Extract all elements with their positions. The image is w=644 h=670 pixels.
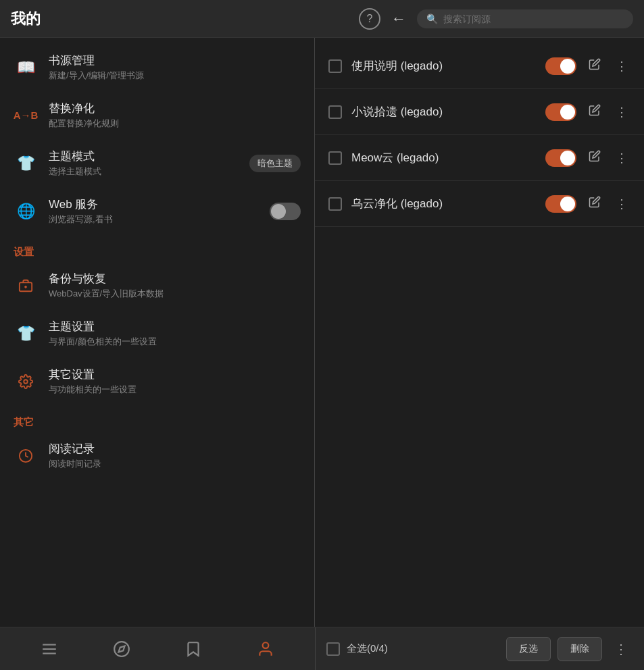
backup-sublabel: WebDav设置/导入旧版本数据 [49,288,301,300]
bottom-bar: 全选(0/4) 反选 删除 ⋮ [0,627,644,670]
source-name-3: Meow云 (legado) [351,150,536,165]
source-item-3: Meow云 (legado) ⋮ [315,135,644,181]
source-edit-4[interactable] [586,193,603,214]
menu-item-book-source[interactable]: 📖 书源管理 新建/导入/编辑/管理书源 [0,43,314,91]
menu-item-theme-mode[interactable]: 👕 主题模式 选择主题模式 暗色主题 [0,139,314,187]
replace-clean-icon: A→B [14,103,38,128]
source-checkbox-1[interactable] [328,59,342,73]
back-button[interactable]: ← [391,10,406,28]
select-all-checkbox[interactable] [326,642,340,656]
top-bar: 我的 ? ← 🔍 [0,0,644,38]
theme-settings-sublabel: 与界面/颜色相关的一些设置 [49,336,301,348]
source-item-4: 乌云净化 (legado) ⋮ [315,181,644,227]
source-item-2: 小说拾遗 (legado) ⋮ [315,89,644,135]
source-item-1: 使用说明 (legado) ⋮ [315,43,644,89]
bottom-nav [0,638,315,661]
source-checkbox-2[interactable] [328,105,342,119]
read-history-label: 阅读记录 [49,441,301,457]
source-name-2: 小说拾遗 (legado) [351,104,536,120]
replace-clean-label: 替换净化 [49,101,301,116]
source-toggle-2[interactable] [545,103,576,121]
backup-icon [14,274,38,298]
section-other: 其它 [0,405,314,432]
left-panel: 📖 书源管理 新建/导入/编辑/管理书源 A→B 替换净化 配置替换净化规则 👕… [0,38,315,627]
svg-marker-9 [118,646,124,652]
delete-button[interactable]: 删除 [558,637,602,661]
other-settings-sublabel: 与功能相关的一些设置 [49,384,301,396]
search-bar: 🔍 [417,9,633,28]
main-content: 📖 书源管理 新建/导入/编辑/管理书源 A→B 替换净化 配置替换净化规则 👕… [0,38,644,627]
menu-item-backup[interactable]: 备份与恢复 WebDav设置/导入旧版本数据 [0,261,314,309]
source-toggle-4[interactable] [545,195,576,213]
source-more-1[interactable]: ⋮ [613,56,630,76]
source-edit-1[interactable] [586,55,603,76]
search-input[interactable] [443,14,624,24]
menu-item-read-history[interactable]: 阅读记录 阅读时间记录 [0,432,314,480]
menu-item-web-service[interactable]: 🌐 Web 服务 浏览器写源,看书 [0,187,314,235]
book-source-icon: 📖 [14,55,38,80]
theme-settings-label: 主题设置 [49,319,301,334]
svg-point-3 [24,380,28,384]
other-settings-icon [14,369,38,394]
menu-item-other-settings[interactable]: 其它设置 与功能相关的一些设置 [0,357,314,405]
source-name-1: 使用说明 (legado) [351,58,536,74]
svg-point-8 [114,642,129,656]
replace-clean-sublabel: 配置替换净化规则 [49,118,301,130]
source-checkbox-4[interactable] [328,197,342,211]
search-icon: 🔍 [426,14,438,24]
theme-settings-icon: 👕 [14,321,38,346]
page-title: 我的 [11,9,41,29]
source-toggle-3[interactable] [545,149,576,167]
web-service-sublabel: 浏览器写源,看书 [49,213,259,226]
nav-bookshelf[interactable] [34,638,65,661]
menu-item-replace-clean[interactable]: A→B 替换净化 配置替换净化规则 [0,91,314,139]
right-panel: 使用说明 (legado) ⋮ 小说拾遗 (legado) ⋮ [315,38,644,627]
book-source-label: 书源管理 [49,53,301,68]
other-settings-label: 其它设置 [49,367,301,382]
source-checkbox-3[interactable] [328,151,342,165]
inverse-select-button[interactable]: 反选 [506,637,551,661]
book-source-sublabel: 新建/导入/编辑/管理书源 [49,70,301,82]
source-edit-3[interactable] [586,147,603,168]
source-more-3[interactable]: ⋮ [613,148,630,168]
section-settings: 设置 [0,235,314,261]
select-all-label: 全选(0/4) [347,642,499,655]
web-service-label: Web 服务 [49,197,259,212]
source-toggle-1[interactable] [545,57,576,75]
help-button[interactable]: ? [359,8,380,30]
read-history-sublabel: 阅读时间记录 [49,458,301,470]
source-more-4[interactable]: ⋮ [613,194,630,214]
theme-mode-sublabel: 选择主题模式 [49,165,239,178]
source-name-4: 乌云净化 (legado) [351,196,536,211]
backup-label: 备份与恢复 [49,271,301,286]
web-service-toggle[interactable] [270,203,301,220]
theme-mode-badge: 暗色主题 [249,155,301,172]
more-options-button[interactable]: ⋮ [609,638,633,660]
theme-mode-label: 主题模式 [49,149,239,164]
source-edit-2[interactable] [586,101,603,122]
menu-item-theme-settings[interactable]: 👕 主题设置 与界面/颜色相关的一些设置 [0,309,314,357]
source-more-2[interactable]: ⋮ [613,102,630,122]
nav-bookmark[interactable] [178,638,209,661]
nav-profile[interactable] [250,638,281,661]
nav-explore[interactable] [106,638,137,661]
read-history-icon [14,444,38,468]
web-service-icon: 🌐 [14,199,38,224]
bottom-actions: 全选(0/4) 反选 删除 ⋮ [316,637,644,661]
svg-point-10 [262,642,268,648]
theme-mode-icon: 👕 [14,151,38,176]
